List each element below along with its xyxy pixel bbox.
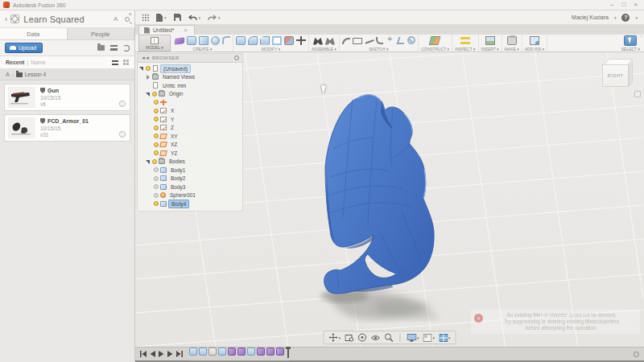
visibility-bulb-icon[interactable] [154, 193, 159, 198]
tree-bodies[interactable]: Bodies [146, 158, 242, 167]
view-cube-side-face[interactable] [629, 61, 633, 87]
minimize-button[interactable]: – [610, 2, 613, 8]
pan-button[interactable]: ▾ [328, 333, 341, 342]
browser-settings-icon[interactable] [234, 56, 239, 60]
visibility-bulb-icon[interactable] [154, 100, 159, 105]
redo-button[interactable]: ▾ [208, 14, 221, 21]
visibility-bulb-icon[interactable] [154, 150, 159, 155]
sort-name[interactable]: Name [31, 60, 46, 65]
timeline-feature-icon[interactable] [189, 348, 197, 356]
maximize-button[interactable]: □ [621, 2, 625, 8]
visibility-bulb-icon[interactable] [154, 125, 159, 130]
joint-icon[interactable] [313, 36, 323, 45]
rectangle-icon[interactable] [353, 38, 362, 44]
workspace-selector[interactable]: MODEL ▾ [138, 35, 171, 51]
fit-button[interactable] [345, 334, 353, 342]
tab-people[interactable]: People [68, 28, 135, 39]
save-button[interactable] [174, 14, 181, 21]
trim-icon[interactable] [386, 36, 395, 45]
dimension-icon[interactable] [396, 37, 406, 44]
combine-icon[interactable] [284, 36, 294, 45]
timeline-playhead[interactable] [287, 348, 289, 358]
3d-print-icon[interactable] [507, 36, 517, 45]
step-back-icon[interactable] [150, 351, 155, 357]
list-item-gun[interactable]: Gun 10/15/15 v6 i [4, 84, 130, 111]
visibility-bulb-icon[interactable] [154, 167, 159, 172]
tab-data[interactable]: Data [0, 28, 68, 39]
timeline-feature-icon[interactable] [247, 348, 255, 356]
sort-recent[interactable]: Recent [6, 60, 24, 65]
visibility-bulb-icon[interactable] [154, 201, 159, 206]
visibility-bulb-icon[interactable] [146, 66, 151, 71]
visibility-bulb-icon[interactable] [154, 176, 159, 181]
plane-icon[interactable] [429, 36, 441, 45]
timeline-feature-icon[interactable] [199, 348, 207, 356]
timeline-form-icon[interactable] [276, 348, 284, 356]
visibility-bulb-icon[interactable] [152, 92, 157, 97]
view-cube-front-face[interactable]: RIGHT [602, 64, 629, 87]
list-view-icon[interactable] [112, 60, 118, 65]
timeline-form-icon[interactable] [228, 348, 236, 356]
visibility-bulb-icon[interactable] [154, 117, 159, 121]
sphere-icon[interactable] [211, 36, 220, 45]
create-form-icon[interactable] [175, 37, 185, 45]
tree-axis-y[interactable]: Y [154, 115, 242, 124]
hub-icon[interactable] [114, 16, 120, 23]
tab-close-icon[interactable]: × [184, 27, 187, 33]
refresh-icon[interactable] [123, 45, 130, 51]
ribbon-collapse-icon[interactable]: ˆ [640, 35, 642, 40]
as-built-joint-icon[interactable] [325, 36, 335, 45]
list-item-armor[interactable]: FCD_Armor_01 10/15/15 v31 i [4, 114, 130, 142]
box-icon[interactable] [187, 36, 196, 45]
box3d-icon[interactable] [199, 36, 208, 45]
apps-grid-icon[interactable] [142, 14, 149, 21]
new-folder-icon[interactable] [97, 45, 105, 51]
expand-icon[interactable] [146, 75, 151, 80]
undo-button[interactable]: ▾ [188, 14, 201, 21]
tree-plane-xy[interactable]: XY [154, 132, 242, 141]
view-cube-menu-icon[interactable] [634, 91, 641, 97]
tree-axis-x[interactable]: X [154, 107, 242, 116]
chamfer-icon[interactable] [260, 36, 270, 45]
timeline-feature-icon[interactable] [218, 348, 226, 356]
polyline-icon[interactable] [364, 36, 374, 43]
breadcrumb-folder[interactable]: Lesson 4 [25, 72, 46, 77]
step-forward-icon[interactable] [167, 351, 173, 357]
tree-origin-point[interactable] [154, 98, 242, 107]
select-cursor-icon[interactable] [624, 35, 637, 46]
list-icon[interactable] [110, 45, 118, 51]
timeline-form-icon[interactable] [237, 348, 246, 356]
grid-snaps-button[interactable]: ▾ [423, 334, 436, 342]
tree-sphere001[interactable]: Sphere001 [154, 191, 242, 200]
data-panel-close-icon[interactable]: × [128, 10, 132, 18]
timeline-sketch-icon[interactable] [208, 348, 217, 356]
user-menu[interactable]: Maciej Kuciara [572, 14, 609, 20]
upload-button[interactable]: Upload [5, 43, 43, 53]
tree-body2[interactable]: Body2 [154, 175, 242, 183]
display-settings-button[interactable]: ▾ [407, 334, 419, 342]
back-chevron-icon[interactable]: ‹ [5, 14, 7, 23]
info-icon[interactable]: i [119, 131, 126, 138]
corner-fillet-icon[interactable] [376, 37, 383, 44]
tree-body1[interactable]: Body1 [154, 166, 242, 175]
press-pull-icon[interactable] [236, 36, 246, 45]
tree-units[interactable]: Units: mm [146, 81, 242, 90]
hub-breadcrumb-icon[interactable]: A [6, 72, 10, 77]
view-cube[interactable]: RIGHT [602, 59, 634, 91]
timeline-form-icon[interactable] [266, 348, 275, 356]
help-button[interactable]: ? [621, 14, 630, 22]
visibility-bulb-icon[interactable] [154, 184, 159, 189]
tree-named-views[interactable]: Named Views [146, 73, 242, 82]
measure-icon[interactable] [460, 37, 470, 44]
pipe-icon[interactable] [222, 36, 230, 44]
viewports-button[interactable]: ▾ [439, 334, 451, 342]
tree-axis-z[interactable]: Z [154, 124, 242, 133]
fillet-icon[interactable] [248, 36, 258, 45]
tree-root-unsaved[interactable]: (Unsaved) [139, 64, 242, 73]
zoom-button[interactable] [384, 333, 393, 342]
browser-collapse-icon[interactable]: ◄◄ [141, 56, 149, 60]
tree-plane-yz[interactable]: YZ [154, 149, 242, 158]
tree-origin[interactable]: Origin [146, 90, 242, 99]
play-icon[interactable] [159, 351, 164, 357]
3d-viewport[interactable]: ◄◄ BROWSER (Unsaved) [135, 52, 644, 347]
